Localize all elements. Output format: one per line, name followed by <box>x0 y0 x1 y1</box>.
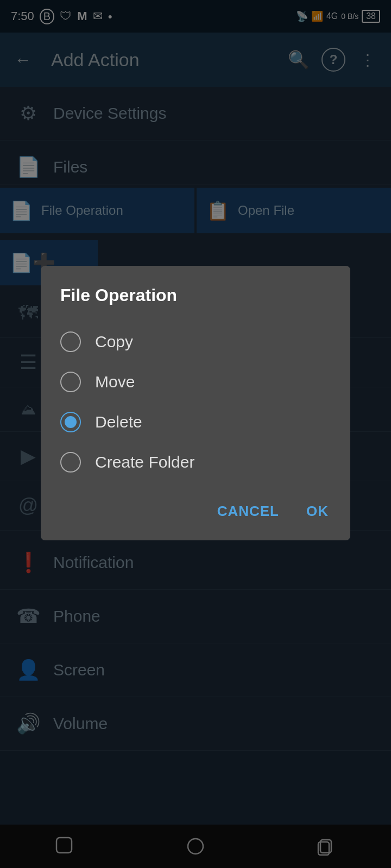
ok-button[interactable]: OK <box>301 499 334 524</box>
radio-delete-label: Delete <box>95 413 142 431</box>
cancel-button[interactable]: CANCEL <box>212 499 285 524</box>
radio-create-folder-circle <box>60 452 81 473</box>
radio-move-label: Move <box>95 373 135 391</box>
radio-option-move[interactable]: Move <box>60 362 334 402</box>
dialog-actions: CANCEL OK <box>60 499 334 529</box>
file-operation-dialog: File Operation Copy Move Delete Create F… <box>41 266 350 540</box>
radio-copy-circle <box>60 331 81 352</box>
radio-create-folder-label: Create Folder <box>95 453 194 471</box>
radio-option-delete[interactable]: Delete <box>60 402 334 442</box>
radio-delete-circle <box>60 412 81 432</box>
radio-option-create-folder[interactable]: Create Folder <box>60 442 334 482</box>
radio-copy-label: Copy <box>95 333 133 351</box>
radio-move-circle <box>60 372 81 392</box>
dialog-title: File Operation <box>60 285 334 305</box>
radio-option-copy[interactable]: Copy <box>60 322 334 362</box>
